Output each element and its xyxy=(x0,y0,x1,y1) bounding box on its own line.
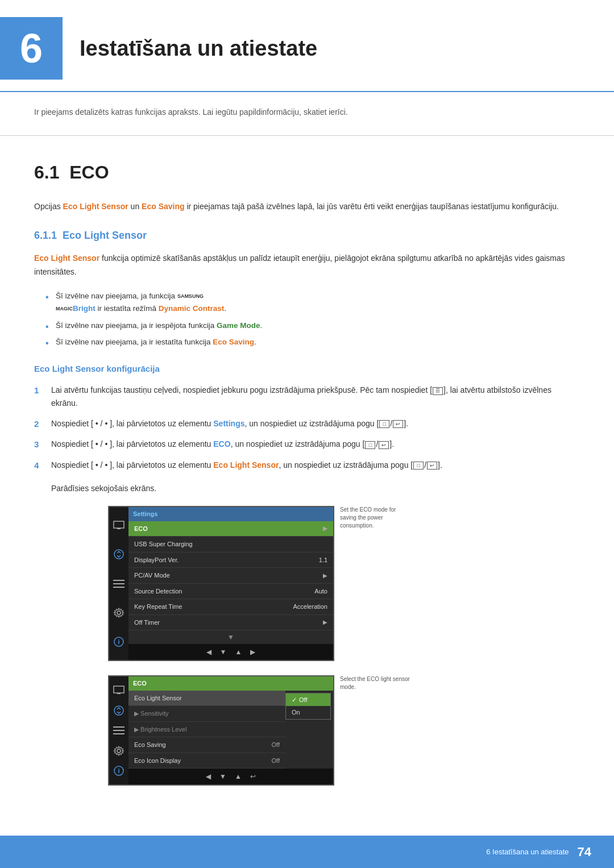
arrows-icon-2 xyxy=(113,704,125,717)
svg-rect-5 xyxy=(113,587,125,588)
info-icon: i xyxy=(113,636,125,648)
menu-item-usb: USB Super Charging xyxy=(128,537,333,553)
eco-item-sensitivity: ▶ Sensitivity xyxy=(128,706,285,722)
gear-icon-2 xyxy=(113,745,125,757)
svg-text:i: i xyxy=(118,767,119,774)
footer-page-number: 74 xyxy=(578,842,591,861)
chapter-subtitle: Ir pieejams detalizēts katras funkcijas … xyxy=(0,98,614,136)
eco-item-brightness: ▶ Brightness Level xyxy=(128,722,285,738)
screen1-wrapper: i Settings ECO ▶ USB Super Charging xyxy=(108,506,506,661)
footer-text: 6 Iestatīšana un atiestate xyxy=(486,846,569,858)
menu-item-source: Source Detection Auto xyxy=(128,584,333,600)
svg-point-6 xyxy=(117,611,121,614)
screen1-side-icons: i xyxy=(109,507,128,660)
note-item: Šī izvēlne nav pieejama, ja ir iespējota… xyxy=(45,319,580,332)
info-icon-2: i xyxy=(113,765,125,777)
screen2-header: ECO xyxy=(128,676,333,691)
screen2-side-note: Select the ECO light sensor mode. xyxy=(340,675,414,691)
eco-item-icon-display: Eco Icon Display Off xyxy=(128,753,285,769)
menu-item-key: Key Repeat Time Acceleration xyxy=(128,599,333,615)
step-item: Nospiediet [ • / • ], lai pārvietotos uz… xyxy=(34,438,580,450)
subsection-desc: Eco Light Sensor funkcija optimizē skatī… xyxy=(34,252,580,279)
eco-item-sensor: Eco Light Sensor xyxy=(128,691,285,707)
menu-item-dp: DisplayPort Ver. 1.1 xyxy=(128,553,333,568)
config-section-title: Eco Light Sensor konfigurācija xyxy=(34,363,580,376)
step-item: Lai atvērtu funkcijas taustiņu ceļvedi, … xyxy=(34,384,580,409)
subsection-title: 6.1.1 Eco Light Sensor xyxy=(34,228,580,243)
svg-text:i: i xyxy=(118,638,119,645)
svg-rect-14 xyxy=(113,733,125,734)
menu-item-offtimer: Off Timer ▶ xyxy=(128,615,333,631)
main-content: 6.1 ECO Opcijas Eco Light Sensor un Eco … xyxy=(0,136,614,820)
page-footer: 6 Iestatīšana un atiestate 74 xyxy=(0,836,614,868)
svg-point-15 xyxy=(117,749,121,753)
svg-rect-4 xyxy=(113,583,125,584)
section-intro: Opcijas Eco Light Sensor un Eco Saving i… xyxy=(34,200,580,214)
chapter-title: Iestatīšana un atiestate xyxy=(80,32,317,65)
steps-list: Lai atvērtu funkcijas taustiņu ceļvedi, … xyxy=(34,384,580,471)
chapter-number: 6 xyxy=(0,17,63,80)
svg-rect-1 xyxy=(117,528,121,529)
svg-rect-12 xyxy=(113,726,125,728)
svg-rect-10 xyxy=(117,693,121,694)
eco-item-saving: Eco Saving Off xyxy=(128,737,285,753)
screenshots-area: i Settings ECO ▶ USB Super Charging xyxy=(34,506,580,786)
screen2-side-icons: i xyxy=(109,676,128,784)
note-item: Šī izvēlne nav pieejama, ja funkcija SAM… xyxy=(45,290,580,314)
chapter-header: 6 Iestatīšana un atiestate xyxy=(0,0,614,92)
menu-item-eco: ECO ▶ xyxy=(128,521,333,537)
screen1-nav-bar: ◀ ▼ ▲ ▶ xyxy=(128,644,333,660)
screen1-header: Settings xyxy=(128,507,333,521)
section-title: 6.1 ECO xyxy=(34,159,580,186)
step-item: Nospiediet [ • / • ], lai pārvietotos uz… xyxy=(34,459,580,471)
svg-rect-13 xyxy=(113,730,125,731)
notes-list: Šī izvēlne nav pieejama, ja funkcija SAM… xyxy=(34,290,580,348)
monitor-icon xyxy=(113,519,125,531)
gear-icon xyxy=(113,607,125,619)
svg-rect-3 xyxy=(113,580,125,581)
menu-icon xyxy=(113,578,125,590)
screen2-nav-bar: ◀ ▼ ▲ ↩ xyxy=(128,769,333,784)
step-note: Parādīsies sekojošais ekrāns. xyxy=(34,483,580,495)
menu-item-pcav: PC/AV Mode ▶ xyxy=(128,568,333,584)
screen2-menu: ECO Eco Light Sensor ▶ Sensitivity ▶ Bri… xyxy=(128,676,333,784)
menu-icon-2 xyxy=(113,724,125,737)
arrows-icon xyxy=(113,548,125,560)
svg-rect-9 xyxy=(114,686,124,693)
screen1-side-note: Set the ECO mode for saving the power co… xyxy=(340,506,414,530)
screen2-wrapper: i ECO Eco Light Sensor ▶ Sensitivity xyxy=(108,675,506,786)
screen1-menu: Settings ECO ▶ USB Super Charging Displa… xyxy=(128,507,333,660)
note-item: Šī izvēlne nav pieejama, ja ir iestatīta… xyxy=(45,336,580,348)
svg-rect-0 xyxy=(114,521,124,528)
step-item: Nospiediet [ • / • ], lai pārvietotos uz… xyxy=(34,417,580,430)
monitor-icon-2 xyxy=(113,684,125,696)
